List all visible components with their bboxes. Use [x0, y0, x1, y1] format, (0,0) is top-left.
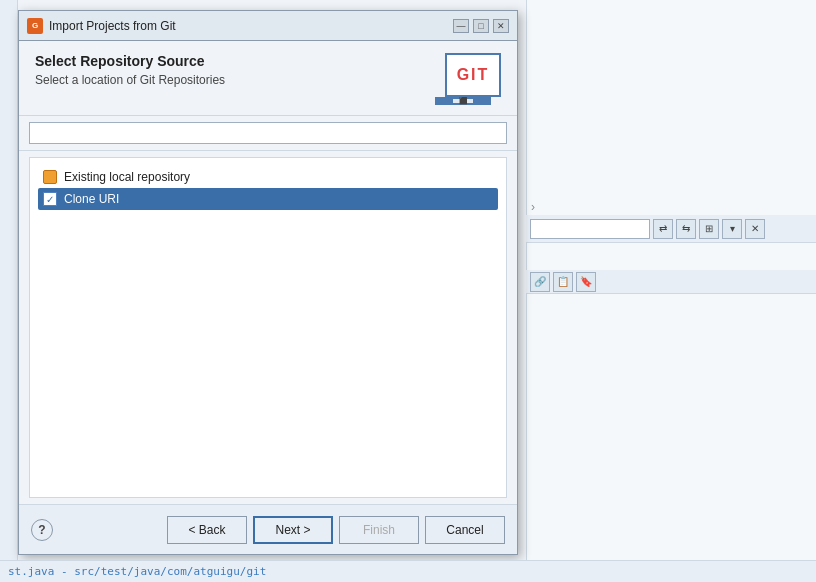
dialog-search-bar	[19, 116, 517, 151]
toolbar2-btn-1[interactable]: 🔗	[530, 272, 550, 292]
back-button[interactable]: < Back	[167, 516, 247, 544]
right-search-input[interactable]	[530, 219, 650, 239]
cancel-button[interactable]: Cancel	[425, 516, 505, 544]
minimize-button[interactable]: —	[453, 19, 469, 33]
toolbar2-btn-2[interactable]: 📋	[553, 272, 573, 292]
toolbar-btn-2[interactable]: ⇆	[676, 219, 696, 239]
repo-item-clone-uri[interactable]: ✓ Clone URI	[38, 188, 498, 210]
help-button[interactable]: ?	[31, 519, 53, 541]
dialog-search-input[interactable]	[29, 122, 507, 144]
local-repo-icon	[42, 169, 58, 185]
left-sidebar-strip	[0, 0, 18, 582]
right-panel: ⇄ ⇆ ⊞ ▾ ✕ 🔗 📋 🔖 ›	[526, 0, 816, 582]
dialog-section-subtitle: Select a location of Git Repositories	[35, 73, 425, 87]
footer-left: ?	[31, 519, 53, 541]
dialog-repo-list[interactable]: Existing local repository ✓ Clone URI	[29, 157, 507, 498]
clone-uri-icon: ✓	[42, 191, 58, 207]
dialog-header-text: Select Repository Source Select a locati…	[35, 53, 425, 87]
status-bar: st.java - src/test/java/com/atguigu/git	[0, 560, 816, 582]
dialog-title-text: Import Projects from Git	[49, 19, 453, 33]
git-logo-bottom: ⬛	[435, 97, 491, 105]
footer-buttons: < Back Next > Finish Cancel	[167, 516, 505, 544]
db-icon	[43, 170, 57, 184]
dialog-header: Select Repository Source Select a locati…	[19, 41, 517, 116]
git-logo-container: GIT ⬛	[435, 53, 501, 105]
close-button[interactable]: ✕	[493, 19, 509, 33]
toolbar-btn-3[interactable]: ⊞	[699, 219, 719, 239]
repo-item-existing-local[interactable]: Existing local repository	[38, 166, 498, 188]
next-button[interactable]: Next >	[253, 516, 333, 544]
toolbar2-btn-3[interactable]: 🔖	[576, 272, 596, 292]
import-dialog[interactable]: G Import Projects from Git — □ ✕ Select …	[18, 10, 518, 555]
maximize-button[interactable]: □	[473, 19, 489, 33]
dialog-titlebar: G Import Projects from Git — □ ✕	[19, 11, 517, 41]
status-bar-text: st.java - src/test/java/com/atguigu/git	[8, 565, 266, 578]
toolbar-dropdown-btn[interactable]: ▾	[722, 219, 742, 239]
dialog-section-title: Select Repository Source	[35, 53, 425, 69]
git-logo-text: GIT	[457, 66, 490, 84]
check-icon: ✓	[43, 192, 57, 206]
right-toolbar-2: 🔗 📋 🔖	[526, 270, 816, 294]
clone-uri-label: Clone URI	[64, 192, 119, 206]
git-logo: GIT	[445, 53, 501, 97]
titlebar-controls: — □ ✕	[453, 19, 509, 33]
toolbar-close-btn[interactable]: ✕	[745, 219, 765, 239]
git-logo-chip: ⬛	[452, 98, 474, 104]
dialog-footer: ? < Back Next > Finish Cancel	[19, 504, 517, 554]
finish-button[interactable]: Finish	[339, 516, 419, 544]
dialog-titlebar-icon: G	[27, 18, 43, 34]
chevron-right-icon: ›	[531, 200, 535, 214]
right-toolbar: ⇄ ⇆ ⊞ ▾ ✕	[526, 215, 816, 243]
existing-local-label: Existing local repository	[64, 170, 190, 184]
toolbar-btn-1[interactable]: ⇄	[653, 219, 673, 239]
